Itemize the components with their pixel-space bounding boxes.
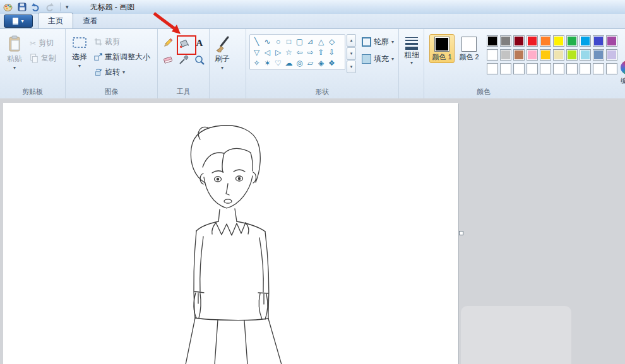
rotate-icon xyxy=(94,68,102,76)
edit-colors-button[interactable]: 编辑颜色 xyxy=(621,61,625,102)
crop-button[interactable]: 裁剪 xyxy=(92,35,152,49)
shape-button[interactable]: ⇧ xyxy=(316,47,326,57)
shape-button[interactable]: ⇩ xyxy=(326,47,337,57)
select-button[interactable]: 选择 ▾ xyxy=(69,34,90,70)
clipboard-group: 粘贴 ▾ ✂ 剪切 复制 剪贴板 xyxy=(0,29,66,98)
copy-button[interactable]: 复制 xyxy=(28,52,58,65)
palette-swatch[interactable] xyxy=(527,35,538,47)
shape-button[interactable]: ❖ xyxy=(326,57,337,68)
drawing-canvas[interactable] xyxy=(3,103,458,364)
chevron-down-icon: ▾ xyxy=(391,40,394,45)
app-icon[interactable] xyxy=(3,2,13,13)
eraser-tool[interactable] xyxy=(160,52,176,68)
shape-button[interactable]: ♡ xyxy=(273,57,283,68)
titlebar: ▾ 无标题 - 画图 xyxy=(0,0,625,15)
palette-swatch[interactable] xyxy=(566,49,578,61)
shape-button[interactable]: ◁ xyxy=(262,47,273,57)
color-palette xyxy=(487,34,617,74)
palette-swatch[interactable] xyxy=(527,49,538,61)
shape-button[interactable]: ☆ xyxy=(283,47,294,57)
shape-button[interactable]: ◈ xyxy=(316,57,326,68)
ribbon-tab-row: ▾ 主页 查看 xyxy=(0,14,625,28)
crop-icon xyxy=(94,38,102,46)
shape-button[interactable]: ⊿ xyxy=(305,36,316,47)
palette-swatch[interactable] xyxy=(513,35,525,47)
palette-swatch[interactable] xyxy=(606,49,617,61)
shape-button[interactable]: ⇦ xyxy=(294,47,305,57)
quick-access-toolbar: ▾ xyxy=(3,2,69,13)
shape-button[interactable]: □ xyxy=(283,36,294,47)
shape-button[interactable]: ▢ xyxy=(294,36,305,47)
palette-swatch[interactable] xyxy=(580,35,591,47)
cut-button[interactable]: ✂ 剪切 xyxy=(28,37,58,50)
group-label-tools: 工具 xyxy=(158,87,209,97)
palette-swatch[interactable] xyxy=(540,35,551,47)
chevron-down-icon: ▾ xyxy=(122,70,125,75)
palette-swatch[interactable] xyxy=(500,49,511,61)
color1-button[interactable]: 颜色 1 xyxy=(429,34,455,63)
redo-button[interactable] xyxy=(44,2,55,13)
palette-swatch-empty[interactable] xyxy=(553,63,564,74)
shape-button[interactable]: ✧ xyxy=(251,57,262,68)
palette-swatch[interactable] xyxy=(566,35,578,47)
shape-button[interactable]: ○ xyxy=(273,36,283,47)
shape-button[interactable]: ▱ xyxy=(305,57,316,68)
shape-button[interactable]: ▽ xyxy=(251,47,262,57)
palette-swatch-empty[interactable] xyxy=(606,63,617,74)
brush-icon xyxy=(214,35,230,52)
palette-swatch[interactable] xyxy=(553,35,564,47)
palette-swatch[interactable] xyxy=(513,49,525,61)
eraser-icon xyxy=(162,54,174,66)
application-menu-button[interactable]: ▾ xyxy=(4,15,33,28)
palette-swatch[interactable] xyxy=(553,49,564,61)
shape-button[interactable]: △ xyxy=(316,36,326,47)
shape-button[interactable]: ◇ xyxy=(326,36,337,47)
palette-swatch[interactable] xyxy=(593,35,604,47)
palette-swatch[interactable] xyxy=(487,35,498,47)
color2-button[interactable]: 颜色 2 xyxy=(456,34,482,63)
shape-button[interactable]: ▷ xyxy=(273,47,283,57)
palette-swatch[interactable] xyxy=(540,49,551,61)
shape-fill-icon xyxy=(362,54,371,64)
palette-swatch-empty[interactable] xyxy=(513,63,525,74)
palette-swatch-empty[interactable] xyxy=(593,63,604,74)
shape-button[interactable]: ╲ xyxy=(251,36,262,47)
shapes-scroll-down-button[interactable]: ▾ xyxy=(347,47,356,60)
palette-swatch[interactable] xyxy=(487,49,498,61)
brushes-button[interactable]: 刷子 ▾ xyxy=(212,34,232,72)
save-button[interactable] xyxy=(16,2,27,13)
tab-home[interactable]: 主页 xyxy=(38,13,73,28)
shape-button[interactable]: ◎ xyxy=(294,57,305,68)
palette-swatch-empty[interactable] xyxy=(527,63,538,74)
palette-swatch-empty[interactable] xyxy=(580,63,591,74)
palette-swatch-empty[interactable] xyxy=(566,63,578,74)
shape-button[interactable]: ∿ xyxy=(262,36,273,47)
shape-button[interactable]: ☁ xyxy=(283,57,294,68)
shapes-scroll-up-button[interactable]: ▴ xyxy=(347,34,356,47)
undo-button[interactable] xyxy=(30,2,41,13)
rotate-button[interactable]: 旋转 ▾ xyxy=(92,66,152,79)
shape-button[interactable]: ⇨ xyxy=(305,47,316,57)
shape-button[interactable]: ✶ xyxy=(262,57,273,68)
shapes-more-button[interactable]: ▾ xyxy=(347,61,356,73)
shapes-gallery: ╲∿○□▢⊿△◇▽◁▷☆⇦⇨⇧⇩✧✶♡☁◎▱◈❖ xyxy=(249,34,345,70)
resize-button[interactable]: 重新调整大小 xyxy=(92,50,152,64)
palette-swatch-empty[interactable] xyxy=(487,63,498,74)
palette-swatch-empty[interactable] xyxy=(500,63,511,74)
fill-button[interactable]: 填充 ▾ xyxy=(360,52,396,66)
image-group: 选择 ▾ 裁剪 重新调整大小 xyxy=(66,29,158,98)
palette-swatch-empty[interactable] xyxy=(540,63,551,74)
paste-button[interactable]: 粘贴 ▾ xyxy=(5,34,24,72)
palette-swatch[interactable] xyxy=(593,49,604,61)
size-button[interactable]: 粗细 ▾ xyxy=(400,34,424,67)
palette-swatch[interactable] xyxy=(606,35,617,47)
canvas-resize-handle-right[interactable] xyxy=(459,231,463,235)
group-label-image: 图像 xyxy=(66,87,157,97)
outline-button[interactable]: 轮廓 ▾ xyxy=(360,35,396,49)
brushes-group: 刷子 ▾ xyxy=(210,29,246,98)
tab-view[interactable]: 查看 xyxy=(73,13,107,28)
palette-swatch[interactable] xyxy=(580,49,591,61)
ribbon: 粘贴 ▾ ✂ 剪切 复制 剪贴板 选择 ▾ xyxy=(0,28,625,99)
qat-dropdown-icon[interactable]: ▾ xyxy=(66,4,69,10)
palette-swatch[interactable] xyxy=(500,35,511,47)
